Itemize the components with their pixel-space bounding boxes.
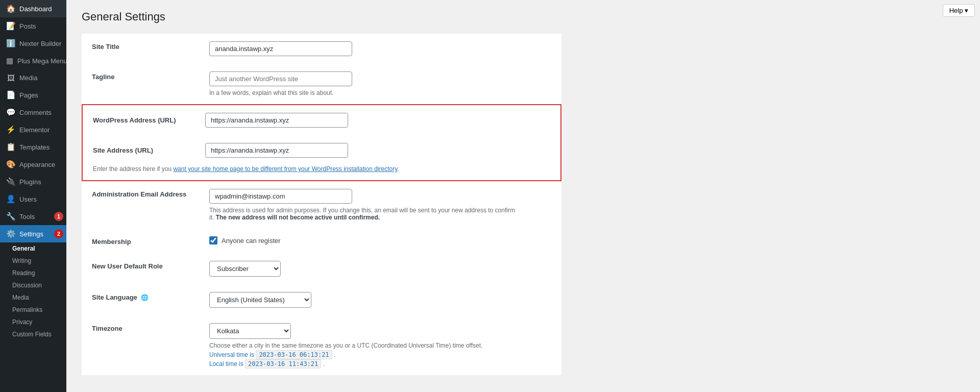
site-address-label: Site Address (URL) [93,146,195,154]
sidebar-label-plugins: Plugins [19,178,41,186]
url-section: WordPress Address (URL) Site Address (UR… [82,104,561,181]
sidebar-item-tools[interactable]: 🔧 Tools 1 [0,208,66,225]
wp-address-input[interactable] [205,113,348,128]
sidebar-item-elementor[interactable]: ⚡ Elementor [0,121,66,138]
site-language-row: Site Language 🌐 English (United States) … [82,284,561,315]
sidebar-item-media[interactable]: 🖼 Media [0,69,66,86]
submenu-discussion[interactable]: Discussion [0,279,66,291]
admin-email-row: Administration Email Address This addres… [82,181,561,229]
admin-email-note: This address is used for admin purposes.… [209,207,516,221]
submenu-privacy[interactable]: Privacy [0,316,66,328]
tagline-label: Tagline [82,64,199,104]
tagline-input[interactable] [209,71,352,86]
membership-row: Membership Anyone can register [82,229,561,253]
admin-email-note-bold: The new address will not become active u… [216,214,380,221]
sidebar-item-pages[interactable]: 📄 Pages [0,86,66,104]
timezone-label: Timezone [82,315,199,375]
timezone-note: Choose either a city in the same timezon… [209,342,551,349]
nexter-icon: ℹ️ [6,39,15,48]
sidebar-label-comments: Comments [19,109,52,116]
sidebar-item-nexter-builder[interactable]: ℹ️ Nexter Builder [0,35,66,52]
pages-icon: 📄 [6,90,15,100]
templates-icon: 📋 [6,142,15,152]
timezone-select[interactable]: Kolkata UTC New York London [209,323,291,339]
sidebar-label-posts: Posts [19,22,36,30]
sidebar-label-templates: Templates [19,143,50,151]
help-button[interactable]: Help ▾ [943,4,975,17]
mega-menu-icon: ▦ [6,56,13,65]
membership-label: Membership [82,229,199,253]
tools-badge: 1 [54,212,63,221]
sidebar-label-mega: Plus Mega Menu [17,57,66,65]
sidebar-item-templates[interactable]: 📋 Templates [0,138,66,156]
submenu-general[interactable]: General [0,242,66,255]
site-address-desc-suffix: . [397,165,399,173]
elementor-icon: ⚡ [6,125,15,134]
page-title: General Settings [82,10,561,23]
users-icon: 👤 [6,194,15,204]
sidebar-item-settings[interactable]: ⚙️ Settings 2 [0,225,66,242]
sidebar-label-tools: Tools [19,213,35,220]
submenu-writing[interactable]: Writing [0,255,66,267]
site-address-input[interactable] [205,143,348,158]
tools-icon: 🔧 [6,212,15,221]
sidebar-label-appearance: Appearance [19,161,55,168]
media-icon: 🖼 [6,74,15,82]
sidebar-item-posts[interactable]: 📝 Posts [0,17,66,35]
sidebar-label-dashboard: Dashboard [19,5,52,13]
new-user-role-label: New User Default Role [82,253,199,284]
comments-icon: 💬 [6,108,15,117]
site-address-desc-prefix: Enter the address here if you [93,165,173,173]
sidebar-label-users: Users [19,195,37,203]
timezone-row: Timezone Kolkata UTC New York London Cho… [82,315,561,375]
settings-form: Site Title Tagline In a few words, expla… [82,34,561,104]
sidebar-item-appearance[interactable]: 🎨 Appearance [0,156,66,173]
submenu-custom-fields[interactable]: Custom Fields [0,328,66,340]
sidebar: 🏠 Dashboard 📝 Posts ℹ️ Nexter Builder ▦ … [0,0,66,392]
site-title-label: Site Title [82,34,199,64]
main-content: General Settings Site Title Tagline In a… [66,0,980,392]
sidebar-label-nexter: Nexter Builder [19,40,61,47]
sidebar-label-pages: Pages [19,91,38,99]
plugins-icon: 🔌 [6,177,15,186]
wp-address-label: WordPress Address (URL) [93,116,195,124]
sidebar-item-plus-mega-menu[interactable]: ▦ Plus Mega Menu [0,52,66,69]
universal-time-info: Universal time is 2023-03-16 06:13:21 . [209,351,551,358]
membership-checkbox[interactable] [209,236,217,244]
site-address-desc-link[interactable]: want your site home page to be different… [173,165,397,173]
settings-icon: ⚙️ [6,229,15,238]
submenu-reading[interactable]: Reading [0,267,66,279]
local-time-value: 2023-03-16 11:43:21 [245,359,321,369]
new-user-role-select[interactable]: Subscriber Contributor Author Editor Adm… [209,261,281,277]
dashboard-icon: 🏠 [6,4,15,13]
settings-form-2: Administration Email Address This addres… [82,181,561,375]
site-language-select[interactable]: English (United States) English (UK) Spa… [209,292,311,308]
site-title-input[interactable] [209,41,352,56]
sidebar-label-settings: Settings [19,230,43,238]
site-address-description: Enter the address here if you want your … [83,165,560,180]
tagline-row: Tagline In a few words, explain what thi… [82,64,561,104]
sidebar-item-comments[interactable]: 💬 Comments [0,104,66,121]
admin-email-input[interactable] [209,189,352,204]
admin-email-label: Administration Email Address [82,181,199,229]
sidebar-label-media: Media [19,74,37,82]
local-time-info: Local time is 2023-03-16 11:43:21 . [209,360,551,368]
sidebar-label-elementor: Elementor [19,126,50,134]
site-address-row: Site Address (URL) [83,135,560,165]
sidebar-item-plugins[interactable]: 🔌 Plugins [0,173,66,190]
posts-icon: 📝 [6,21,15,31]
submenu-media[interactable]: Media [0,291,66,304]
membership-checkbox-label[interactable]: Anyone can register [222,237,281,244]
appearance-icon: 🎨 [6,160,15,169]
membership-checkbox-row: Anyone can register [209,236,551,244]
submenu-permalinks[interactable]: Permalinks [0,304,66,316]
settings-badge: 2 [54,229,63,238]
wp-address-row: WordPress Address (URL) [83,105,560,135]
new-user-role-row: New User Default Role Subscriber Contrib… [82,253,561,284]
site-language-label: Site Language 🌐 [82,284,199,315]
language-icon: 🌐 [141,294,149,301]
sidebar-item-users[interactable]: 👤 Users [0,190,66,208]
sidebar-item-dashboard[interactable]: 🏠 Dashboard [0,0,66,17]
tagline-description: In a few words, explain what this site i… [209,89,551,96]
universal-time-value: 2023-03-16 06:13:21 [256,350,332,359]
